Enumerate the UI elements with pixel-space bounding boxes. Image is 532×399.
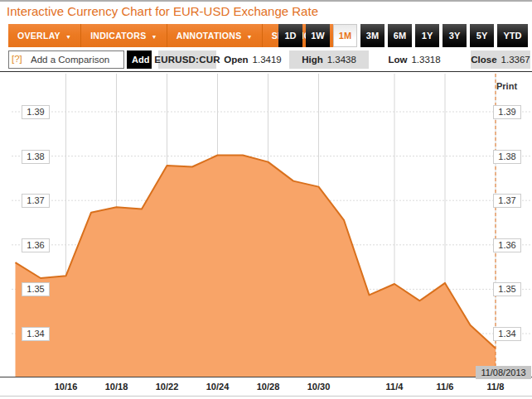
x-axis-tick-label: 11/4 (386, 382, 404, 392)
menu-button-indicators[interactable]: INDICATORS▼ (81, 24, 167, 47)
y-axis-tick-label: 1.39 (493, 105, 521, 119)
menu-button-overlay[interactable]: OVERLAY▼ (8, 24, 81, 47)
menu-button-annotations[interactable]: ANNOTATIONS▼ (167, 24, 263, 47)
menu-button-label: INDICATORS (90, 31, 146, 41)
quote-field-value: 1.3367 (501, 55, 530, 65)
menu-button-label: ANNOTATIONS (177, 31, 242, 41)
range-button-1d[interactable]: 1D (278, 24, 302, 47)
quote-field-label: Close (471, 55, 496, 65)
comparison-input[interactable] (8, 50, 124, 69)
y-axis-tick-label: 1.36 (22, 238, 50, 252)
y-axis-tick-label: 1.35 (493, 282, 521, 296)
menu-button-label: OVERLAY (17, 31, 60, 41)
x-axis-tick-label: 11/8 (487, 382, 505, 392)
range-button-1w[interactable]: 1W (306, 24, 330, 47)
quote-field-label: Open (224, 55, 248, 65)
dropdown-arrow-icon: ▼ (152, 34, 157, 40)
x-axis-tick-label: 10/24 (206, 382, 230, 392)
range-button-5y[interactable]: 5Y (470, 24, 494, 47)
quote-field-high: High1.3438 (289, 50, 369, 69)
range-button-1m[interactable]: 1M (333, 24, 357, 47)
quote-field-label: High (302, 55, 323, 65)
quote-fields: Open1.3419High1.3438Low1.3318Close1.3367 (216, 50, 530, 69)
dropdown-arrow-icon: ▼ (65, 34, 71, 40)
quote-field-label: Low (388, 55, 407, 65)
comparison-input-wrap: [?] (8, 50, 124, 69)
quote-field-low: Low1.3318 (374, 50, 455, 69)
y-axis-tick-label: 1.36 (493, 238, 521, 252)
dropdown-arrow-icon: ▼ (247, 34, 253, 40)
cursor-date-badge: 11/08/2013 (476, 366, 531, 379)
page-title: Interactive Currency Chart for EUR-USD E… (7, 4, 318, 18)
quote-field-open: Open1.3419 (220, 50, 286, 69)
y-axis-tick-label: 1.37 (22, 194, 50, 208)
x-axis-tick-label: 10/22 (156, 382, 179, 392)
y-axis-tick-label: 1.38 (22, 150, 50, 164)
range-button-6m[interactable]: 6M (388, 24, 412, 47)
range-button-3m[interactable]: 3M (360, 24, 384, 47)
print-button[interactable]: Print (496, 81, 517, 91)
y-axis-tick-label: 1.38 (493, 150, 521, 164)
chart-plot-area[interactable]: 1.391.391.381.381.371.371.361.361.351.35… (0, 74, 532, 377)
y-axis-tick-label: 1.34 (22, 327, 50, 341)
quote-field-value: 1.3419 (253, 55, 282, 65)
x-axis-tick-label: 10/30 (307, 382, 331, 392)
quote-field-close: Close1.3367 (471, 50, 530, 69)
quote-field-value: 1.3318 (411, 55, 440, 65)
range-button-group: 1D1W1M3M6M1Y3Y5YYTD (278, 24, 528, 47)
currency-chart-app: Interactive Currency Chart for EUR-USD E… (0, 0, 532, 399)
x-axis: 10/1610/1810/2210/2410/2810/3011/411/611… (0, 377, 532, 396)
quote-symbol: EURUSD:CUR (158, 50, 216, 69)
bottom-border (0, 396, 532, 397)
x-axis-tick-label: 10/16 (55, 382, 78, 392)
add-comparison-button[interactable]: Add (127, 50, 152, 69)
y-axis-tick-label: 1.37 (493, 194, 521, 208)
y-axis-tick-label: 1.35 (22, 282, 50, 296)
toolbar-chart-divider (0, 71, 532, 72)
x-axis-tick-label: 10/18 (105, 382, 128, 392)
price-area-chart[interactable] (0, 74, 532, 377)
range-button-1y[interactable]: 1Y (415, 24, 439, 47)
x-axis-tick-label: 11/6 (437, 382, 454, 392)
y-axis-tick-label: 1.34 (493, 327, 521, 341)
range-button-3y[interactable]: 3Y (443, 24, 467, 47)
comparison-quote-row: [?] Add EURUSD:CUR Open1.3419High1.3438L… (0, 50, 532, 70)
y-axis-tick-label: 1.39 (22, 105, 50, 119)
help-icon[interactable]: [?] (12, 54, 22, 64)
top-border (0, 0, 532, 2)
range-button-ytd[interactable]: YTD (497, 24, 528, 47)
x-axis-tick-label: 10/28 (257, 382, 280, 392)
quote-field-value: 1.3438 (327, 55, 356, 65)
